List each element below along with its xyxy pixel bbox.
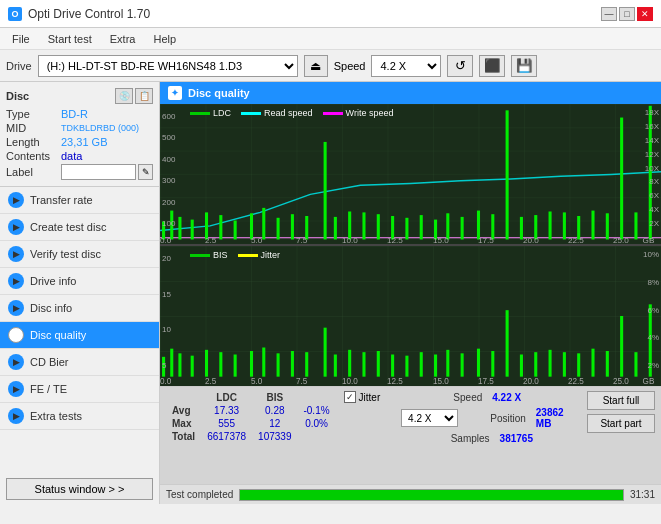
svg-text:5.0: 5.0 [251, 237, 262, 244]
drive-bar: Drive (H:) HL-DT-ST BD-RE WH16NS48 1.D3 … [0, 50, 661, 82]
svg-rect-12 [291, 214, 294, 239]
start-part-button[interactable]: Start part [587, 414, 655, 433]
svg-rect-55 [191, 356, 194, 377]
sidebar-item-fe-te[interactable]: ▶ FE / TE [0, 376, 159, 403]
menu-start-test[interactable]: Start test [40, 31, 100, 47]
maximize-button[interactable]: □ [619, 7, 635, 21]
speed-label: Speed [422, 392, 482, 403]
stats-header-bis: BIS [252, 391, 297, 404]
refresh-button[interactable]: ↺ [447, 55, 473, 77]
svg-rect-79 [534, 352, 537, 377]
stats-max-jitter: 0.0% [297, 417, 335, 430]
svg-rect-7 [219, 215, 222, 239]
title-bar: O Opti Drive Control 1.70 — □ ✕ [0, 0, 661, 28]
menu-help[interactable]: Help [145, 31, 184, 47]
svg-rect-76 [491, 351, 494, 377]
sidebar-item-extra-tests[interactable]: ▶ Extra tests [0, 403, 159, 430]
samples-row: Samples 381765 [344, 433, 579, 444]
speed-select[interactable]: 4.2 X [371, 55, 441, 77]
minimize-button[interactable]: — [601, 7, 617, 21]
svg-rect-63 [305, 352, 308, 377]
samples-label: Samples [430, 433, 490, 444]
close-button[interactable]: ✕ [637, 7, 653, 21]
svg-rect-35 [620, 118, 623, 240]
disc-icon-2[interactable]: 📋 [135, 88, 153, 104]
disc-mid-val: TDKBLDRBD (000) [61, 123, 139, 133]
ldc-chart-svg: 0.0 2.5 5.0 7.5 10.0 12.5 15.0 17.5 20.0… [160, 104, 661, 244]
svg-rect-34 [606, 213, 609, 239]
progress-track [239, 489, 624, 501]
save-button[interactable]: 💾 [511, 55, 537, 77]
svg-rect-74 [461, 353, 464, 376]
sidebar-item-disc-info-label: Disc info [30, 302, 72, 314]
stats-avg-row: Avg 17.33 0.28 -0.1% [166, 404, 336, 417]
svg-text:GB: GB [643, 237, 655, 244]
svg-rect-25 [477, 211, 480, 240]
sidebar-item-verify-test-disc[interactable]: ▶ Verify test disc [0, 241, 159, 268]
stats-total-row: Total 6617378 107339 [166, 430, 336, 443]
svg-rect-18 [377, 214, 380, 239]
svg-rect-73 [446, 350, 449, 377]
svg-rect-8 [234, 221, 237, 240]
sidebar-item-verify-test-disc-label: Verify test disc [30, 248, 101, 260]
svg-rect-71 [420, 352, 423, 377]
svg-rect-69 [391, 355, 394, 377]
sidebar-item-cd-bier-label: CD Bier [30, 356, 69, 368]
start-full-button[interactable]: Start full [587, 391, 655, 410]
svg-text:12.5: 12.5 [387, 375, 403, 386]
disc-icon-1[interactable]: 💿 [115, 88, 133, 104]
speed-selector[interactable]: 4.2 X [401, 409, 458, 427]
stats-header-ldc: LDC [201, 391, 252, 404]
sidebar-item-drive-info[interactable]: ▶ Drive info [0, 268, 159, 295]
fe-te-icon: ▶ [8, 381, 24, 397]
bis-y-axis-left: 20 15 10 5 [162, 254, 171, 370]
drive-select[interactable]: (H:) HL-DT-ST BD-RE WH16NS48 1.D3 [38, 55, 298, 77]
eject-button[interactable]: ⏏ [304, 55, 328, 77]
svg-rect-78 [520, 355, 523, 377]
bis-color-swatch [190, 254, 210, 257]
status-window-button[interactable]: Status window > > [6, 478, 153, 500]
svg-rect-83 [591, 349, 594, 377]
speed-label: Speed [334, 60, 366, 72]
svg-rect-4 [178, 217, 181, 240]
svg-rect-54 [178, 353, 181, 376]
jitter-checkbox-group: ✓ Jitter [344, 391, 381, 403]
svg-rect-61 [277, 353, 280, 376]
svg-text:25.0: 25.0 [613, 237, 629, 244]
stats-max-label: Max [166, 417, 201, 430]
disc-label-row: Label ✎ [6, 164, 153, 180]
disc-info-icon: ▶ [8, 300, 24, 316]
label-edit-button[interactable]: ✎ [138, 164, 153, 180]
sidebar-item-create-test-disc[interactable]: ▶ Create test disc [0, 214, 159, 241]
svg-rect-20 [405, 218, 408, 240]
sidebar-item-transfer-rate[interactable]: ▶ Transfer rate [0, 187, 159, 214]
svg-rect-86 [634, 352, 637, 377]
svg-rect-72 [434, 355, 437, 377]
jitter-checkbox[interactable]: ✓ [344, 391, 356, 403]
disc-type-row: Type BD-R [6, 108, 153, 120]
svg-text:10.0: 10.0 [342, 237, 358, 244]
disc-quality-header: ✦ Disc quality [160, 82, 661, 104]
verify-test-disc-icon: ▶ [8, 246, 24, 262]
disc-icon-button[interactable]: ⬛ [479, 55, 505, 77]
stats-total-bis: 107339 [252, 430, 297, 443]
svg-text:GB: GB [643, 375, 655, 386]
svg-rect-31 [563, 212, 566, 239]
label-input[interactable] [61, 164, 136, 180]
svg-text:17.5: 17.5 [478, 375, 494, 386]
sidebar-item-disc-quality[interactable]: ▶ Disc quality [0, 322, 159, 349]
stats-avg-ldc: 17.33 [201, 404, 252, 417]
svg-text:5.0: 5.0 [251, 375, 262, 386]
jitter-checkbox-label: Jitter [359, 392, 381, 403]
jitter-check-row: ✓ Jitter Speed 4.22 X [344, 391, 579, 403]
transfer-rate-icon: ▶ [8, 192, 24, 208]
samples-value: 381765 [500, 433, 533, 444]
disc-quality-header-icon: ✦ [168, 86, 182, 100]
progress-fill [240, 490, 623, 500]
menu-file[interactable]: File [4, 31, 38, 47]
sidebar-item-disc-info[interactable]: ▶ Disc info [0, 295, 159, 322]
svg-rect-85 [620, 316, 623, 377]
menu-extra[interactable]: Extra [102, 31, 144, 47]
sidebar-item-cd-bier[interactable]: ▶ CD Bier [0, 349, 159, 376]
bis-chart-svg: 0.0 2.5 5.0 7.5 10.0 12.5 15.0 17.5 20.0… [160, 246, 661, 386]
